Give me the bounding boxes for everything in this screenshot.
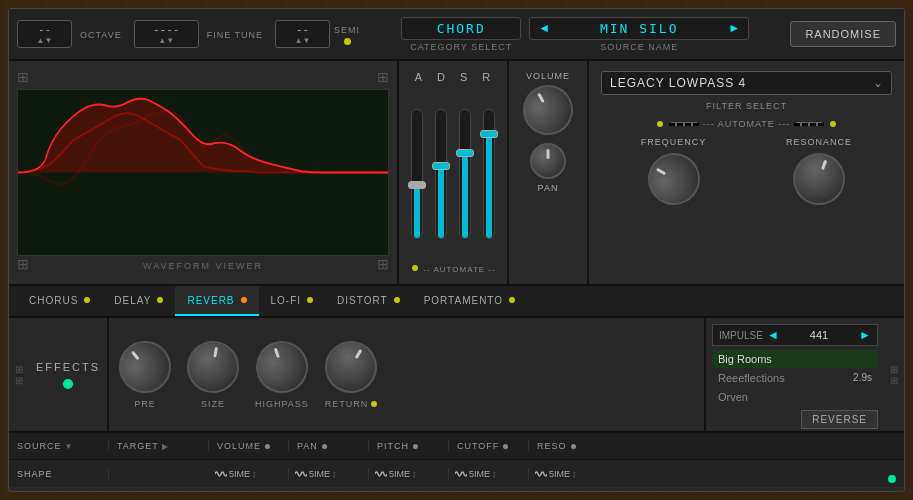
mod-volume-label: VOLUME (217, 441, 261, 451)
volume-label: VOLUME (526, 71, 570, 81)
effects-bar: CHORUS DELAY REVERB LO-FI DISTORT PORTAM… (9, 286, 904, 318)
tab-lofi[interactable]: LO-FI (259, 286, 326, 316)
mod-pan-arrows: ↕ (332, 469, 337, 479)
status-dot (888, 475, 896, 483)
mod-cutoff-wave-icon (455, 468, 467, 480)
effects-power-dot[interactable] (63, 379, 73, 389)
size-knob-label: SIZE (201, 399, 225, 409)
filter-select[interactable]: LEGACY LOWPASS 4 ⌄ (601, 71, 892, 95)
waveform-panel: ⊞ ⊞ ⊞ WAVEFORM VIEWER ⊞ (9, 61, 399, 284)
highpass-knob[interactable] (249, 333, 316, 400)
mod-pitch-dot (413, 444, 418, 449)
impulse-prev[interactable]: ◄ (767, 328, 779, 342)
mod-volume-value-cell[interactable]: 5IME ↕ (209, 468, 289, 480)
waveform-header: ⊞ ⊞ (17, 69, 389, 85)
mod-cutoff-header: CUTOFF (449, 441, 529, 451)
tab-portamento[interactable]: PORTAMENTO (412, 286, 527, 316)
reverb-item-reeeflections[interactable]: Reeeflections 2.9s (712, 369, 878, 387)
distort-dot (394, 297, 400, 303)
impulse-next[interactable]: ► (859, 328, 871, 342)
mod-cutoff-value-cell[interactable]: 5IME ↕ (449, 468, 529, 480)
volume-knob[interactable] (514, 76, 582, 144)
frequency-section: FREQUENCY (641, 137, 707, 205)
mod-pan-wave-icon (295, 468, 307, 480)
finetune-arrows: ▲▼ (158, 36, 174, 45)
octave-control[interactable]: -- ▲▼ (17, 20, 72, 48)
right-side-arrows: ⊞ ⊞ (884, 318, 904, 431)
pre-knob-label: PRE (134, 399, 156, 409)
semi-control[interactable]: -- ▲▼ (275, 20, 330, 48)
mod-source-header: SOURCE ▼ (9, 441, 109, 451)
category-display[interactable]: CHORD (401, 17, 521, 40)
pre-knob-group: PRE (119, 341, 171, 409)
automate-label: -- AUTOMATE -- (423, 265, 495, 274)
tab-reverb[interactable]: REVERB (175, 286, 258, 316)
mod-target-label: TARGET (117, 441, 159, 451)
return-knob[interactable] (316, 331, 387, 402)
reverb-dot (241, 297, 247, 303)
return-knob-label: RETURN (325, 399, 378, 409)
source-prev-arrow[interactable]: ◄ (538, 21, 550, 35)
mod-pan-label: PAN (297, 441, 318, 451)
frequency-knob[interactable] (638, 143, 709, 214)
adsr-s-label: S (460, 71, 468, 83)
reverb-orven-text: Orven (718, 391, 748, 403)
return-dot (371, 401, 377, 407)
mod-source-label: SOURCE (17, 441, 62, 451)
automate-row: --- AUTOMATE --- (601, 119, 892, 129)
source-section: ◄ MIN SILO ► SOURCE NAME (529, 17, 749, 52)
adsr-s-slider[interactable] (459, 109, 471, 239)
waveform-corner-tr: ⊞ (377, 69, 389, 85)
size-knob-group: SIZE (187, 341, 239, 409)
automate-line-r (794, 122, 824, 126)
distort-label: DISTORT (337, 295, 388, 306)
mod-reso-value-cell[interactable]: 5IME ↕ (529, 468, 904, 480)
delay-dot (157, 297, 163, 303)
filter-select-arrow: ⌄ (873, 76, 883, 90)
waveform-footer: ⊞ WAVEFORM VIEWER ⊞ (17, 256, 389, 272)
automate-line-l (669, 122, 699, 126)
mod-pan-value-cell[interactable]: 5IME ↕ (289, 468, 369, 480)
left-side-arrows: ⊞ ⊞ (9, 318, 29, 431)
adsr-d-label: D (437, 71, 446, 83)
main-panel: -- ▲▼ OCTAVE ---- ▲▼ FINE TUNE -- ▲▼ SEM… (8, 8, 905, 492)
tab-delay[interactable]: DELAY (102, 286, 175, 316)
adsr-a-slider[interactable] (411, 109, 423, 239)
adsr-r-slider[interactable] (483, 109, 495, 239)
finetune-value: ---- (153, 23, 180, 36)
reverb-header: IMPULSE ◄ 441 ► (712, 324, 878, 346)
mod-cutoff-dot (503, 444, 508, 449)
frequency-label: FREQUENCY (641, 137, 707, 147)
tab-chorus[interactable]: CHORUS (17, 286, 102, 316)
mod-pitch-wave-label: 5IME (389, 469, 410, 479)
mod-target-arrow: ▶ (162, 442, 168, 451)
highpass-knob-group: HIGHPASS (255, 341, 309, 409)
pre-knob[interactable] (108, 330, 181, 403)
mod-pitch-value-cell[interactable]: 5IME ↕ (369, 468, 449, 480)
mod-section: SOURCE ▼ TARGET ▶ VOLUME PAN (9, 433, 904, 487)
adsr-d-slider[interactable] (435, 109, 447, 239)
filter-select-label: FILTER SELECT (601, 101, 892, 111)
resonance-knob[interactable] (786, 146, 853, 213)
semi-dot (344, 38, 351, 45)
source-name-display: MIN SILO (558, 21, 720, 36)
finetune-control[interactable]: ---- ▲▼ (134, 20, 199, 48)
pan-knob[interactable] (530, 143, 566, 179)
filter-select-text: LEGACY LOWPASS 4 (610, 76, 873, 90)
effects-section: ⊞ ⊞ EFFECTS PRE SIZE HIGHPASS (9, 318, 904, 433)
mod-pitch-label: PITCH (377, 441, 409, 451)
randomise-button[interactable]: RANDOMISE (790, 21, 896, 47)
size-knob[interactable] (183, 336, 243, 396)
portamento-label: PORTAMENTO (424, 295, 503, 306)
reverb-item-orven[interactable]: Orven (712, 388, 878, 406)
tab-distort[interactable]: DISTORT (325, 286, 412, 316)
mod-target-header: TARGET ▶ (109, 441, 209, 451)
effects-knobs-area: PRE SIZE HIGHPASS RETURN (109, 318, 704, 431)
right-arrow-dn: ⊞ (890, 375, 898, 386)
mod-cutoff-label: CUTOFF (457, 441, 499, 451)
semi-arrows: ▲▼ (295, 36, 311, 45)
reverb-item-bigrooms[interactable]: Big Rooms (712, 350, 878, 368)
reverb-options: IMPULSE ◄ 441 ► Big Rooms Reeeflections … (704, 318, 884, 431)
source-next-arrow[interactable]: ► (728, 21, 740, 35)
reverse-button[interactable]: REVERSE (801, 410, 878, 429)
